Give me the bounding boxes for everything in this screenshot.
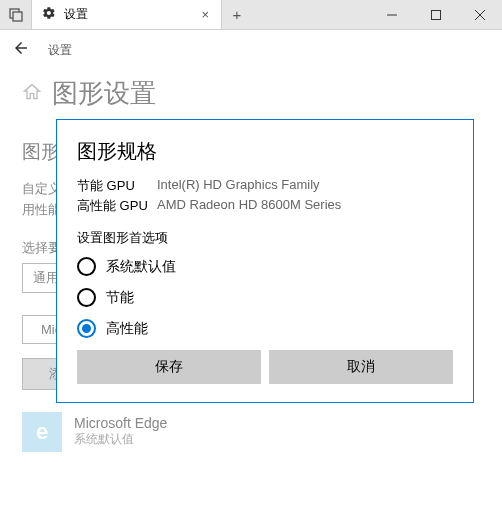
navbar: 设置 xyxy=(0,30,502,70)
graphics-spec-dialog: 图形规格 节能 GPU Intel(R) HD Graphics Family … xyxy=(56,119,474,403)
page-title: 图形设置 xyxy=(52,76,156,111)
multitask-icon[interactable] xyxy=(0,0,32,29)
dialog-title: 图形规格 xyxy=(77,138,453,165)
svg-rect-3 xyxy=(432,10,441,19)
radio-power-saving[interactable]: 节能 xyxy=(77,288,453,307)
tab-settings[interactable]: 设置 × xyxy=(32,0,222,29)
titlebar: 设置 × + xyxy=(0,0,502,30)
maximize-button[interactable] xyxy=(414,0,458,29)
power-saving-gpu-row: 节能 GPU Intel(R) HD Graphics Family xyxy=(77,177,453,195)
preference-heading: 设置图形首选项 xyxy=(77,229,453,247)
gear-icon xyxy=(42,6,56,23)
radio-label: 高性能 xyxy=(106,320,148,338)
gpu-label: 高性能 GPU xyxy=(77,197,157,215)
radio-icon xyxy=(77,288,96,307)
tab-close-icon[interactable]: × xyxy=(197,7,213,22)
save-button[interactable]: 保存 xyxy=(77,350,261,384)
gpu-label: 节能 GPU xyxy=(77,177,157,195)
cancel-button[interactable]: 取消 xyxy=(269,350,453,384)
new-tab-button[interactable]: + xyxy=(222,0,252,29)
app-subtitle: 系统默认值 xyxy=(74,431,167,448)
radio-icon xyxy=(77,257,96,276)
close-button[interactable] xyxy=(458,0,502,29)
radio-system-default[interactable]: 系统默认值 xyxy=(77,257,453,276)
page-header: 图形设置 xyxy=(22,76,480,111)
minimize-button[interactable] xyxy=(370,0,414,29)
dialog-buttons: 保存 取消 xyxy=(77,350,453,384)
tab-label: 设置 xyxy=(64,6,189,23)
back-button[interactable] xyxy=(12,39,30,62)
radio-label: 系统默认值 xyxy=(106,258,176,276)
radio-icon xyxy=(77,319,96,338)
app-info: Microsoft Edge 系统默认值 xyxy=(74,415,167,448)
gpu-value: Intel(R) HD Graphics Family xyxy=(157,177,320,195)
high-perf-gpu-row: 高性能 GPU AMD Radeon HD 8600M Series xyxy=(77,197,453,215)
window-controls xyxy=(370,0,502,29)
radio-label: 节能 xyxy=(106,289,134,307)
nav-title: 设置 xyxy=(48,42,72,59)
gpu-value: AMD Radeon HD 8600M Series xyxy=(157,197,341,215)
radio-high-performance[interactable]: 高性能 xyxy=(77,319,453,338)
titlebar-drag xyxy=(252,0,370,29)
home-icon[interactable] xyxy=(22,82,42,106)
app-row[interactable]: e Microsoft Edge 系统默认值 xyxy=(22,412,480,452)
svg-rect-1 xyxy=(13,12,22,21)
app-icon-edge: e xyxy=(22,412,62,452)
titlebar-left: 设置 × + xyxy=(0,0,252,29)
app-name: Microsoft Edge xyxy=(74,415,167,431)
